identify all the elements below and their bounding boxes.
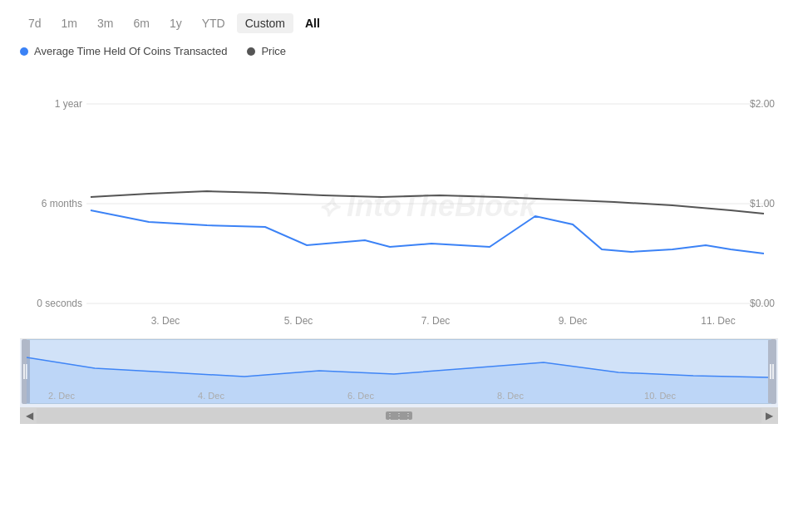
svg-rect-20 [768, 339, 776, 404]
svg-text:8. Dec: 8. Dec [497, 391, 524, 401]
scrollbar[interactable]: ◀ ⋮⋮⋮ ▶ [20, 407, 778, 424]
svg-text:7. Dec: 7. Dec [421, 315, 451, 327]
main-container: 7d 1m 3m 6m 1y YTD Custom All Average Ti… [0, 0, 798, 532]
svg-text:9. Dec: 9. Dec [559, 315, 588, 327]
btn-custom[interactable]: Custom [237, 13, 293, 33]
scroll-track[interactable]: ⋮⋮⋮ [37, 408, 761, 423]
chart-legend: Average Time Held Of Coins Transacted Pr… [20, 45, 778, 57]
legend-dot-dark [247, 47, 255, 56]
svg-text:11. Dec: 11. Dec [701, 315, 735, 327]
svg-text:$1.00: $1.00 [750, 198, 775, 209]
btn-all[interactable]: All [297, 13, 328, 33]
btn-ytd[interactable]: YTD [194, 13, 234, 33]
legend-item-price: Price [247, 45, 286, 57]
btn-6m[interactable]: 6m [125, 13, 157, 33]
legend-dot-blue [20, 47, 28, 56]
svg-text:$0.00: $0.00 [750, 298, 775, 309]
navigator-svg: 2. Dec 4. Dec 6. Dec 8. Dec 10. Dec [20, 339, 778, 407]
svg-text:⟡ IntoTheBlock: ⟡ IntoTheBlock [318, 189, 538, 223]
scroll-left-arrow[interactable]: ◀ [22, 408, 37, 423]
time-range-selector: 7d 1m 3m 6m 1y YTD Custom All [20, 13, 778, 33]
svg-text:4. Dec: 4. Dec [198, 391, 224, 401]
main-chart: 1 year 6 months 0 seconds $2.00 $1.00 $0… [20, 71, 778, 337]
chart-svg: 1 year 6 months 0 seconds $2.00 $1.00 $0… [20, 71, 778, 337]
legend-item-avg-time: Average Time Held Of Coins Transacted [20, 45, 227, 57]
svg-text:6 months: 6 months [42, 198, 82, 209]
svg-text:$2.00: $2.00 [750, 98, 775, 110]
btn-3m[interactable]: 3m [89, 13, 121, 33]
svg-text:6. Dec: 6. Dec [347, 391, 374, 401]
svg-rect-24 [27, 339, 771, 340]
svg-text:1 year: 1 year [55, 98, 82, 110]
svg-text:0 seconds: 0 seconds [37, 298, 82, 309]
scroll-thumb[interactable]: ⋮⋮⋮ [386, 411, 412, 420]
svg-text:10. Dec: 10. Dec [644, 391, 676, 401]
svg-text:2. Dec: 2. Dec [48, 391, 75, 401]
btn-7d[interactable]: 7d [20, 13, 50, 33]
btn-1m[interactable]: 1m [53, 13, 86, 33]
navigator-section: 2. Dec 4. Dec 6. Dec 8. Dec 10. Dec ◀ ⋮⋮… [20, 338, 778, 430]
btn-1y[interactable]: 1y [161, 13, 190, 33]
legend-label-avg: Average Time Held Of Coins Transacted [34, 45, 227, 57]
svg-text:3. Dec: 3. Dec [151, 315, 180, 327]
svg-text:5. Dec: 5. Dec [284, 315, 313, 327]
svg-rect-25 [27, 403, 771, 404]
legend-label-price: Price [261, 45, 286, 57]
scroll-right-arrow[interactable]: ▶ [761, 408, 776, 423]
